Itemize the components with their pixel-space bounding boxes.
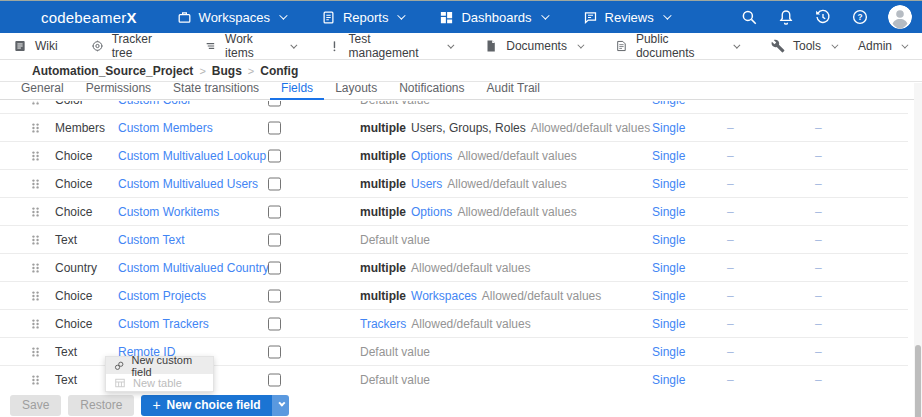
- field-checkbox[interactable]: [268, 261, 281, 274]
- menubar-item-wiki[interactable]: Wiki: [13, 39, 58, 53]
- field-checkbox[interactable]: [268, 149, 281, 162]
- default-value-link[interactable]: Workspaces: [411, 289, 477, 303]
- field-checkbox[interactable]: [268, 373, 281, 386]
- tab-fields[interactable]: Fields: [270, 81, 324, 100]
- default-value-link[interactable]: Options: [411, 205, 452, 219]
- choice-type-link[interactable]: Single: [652, 317, 685, 331]
- restore-button[interactable]: Restore: [68, 395, 134, 416]
- field-name-link[interactable]: Custom Members: [118, 121, 213, 135]
- field-name-link[interactable]: Custom Projects: [118, 289, 206, 303]
- field-checkbox[interactable]: [268, 289, 281, 302]
- field-checkbox[interactable]: [268, 101, 281, 106]
- menubar-item-label: Tools: [793, 39, 821, 53]
- tab-layouts[interactable]: Layouts: [324, 81, 388, 100]
- default-value-link[interactable]: Options: [411, 149, 452, 163]
- default-value-text: Allowed/default values: [457, 205, 576, 219]
- field-checkbox[interactable]: [268, 177, 281, 190]
- menubar-item-tracker-tree[interactable]: Tracker tree: [91, 32, 172, 60]
- field-type: Choice: [55, 317, 92, 331]
- field-name-link[interactable]: Custom Trackers: [118, 317, 209, 331]
- notifications-icon[interactable]: [777, 8, 795, 26]
- history-icon[interactable]: [814, 8, 832, 26]
- field-name-link[interactable]: Custom Multivalued Lookup: [118, 149, 266, 163]
- fields-table: ColorCustom ColorDefault valueSingle––Me…: [0, 101, 908, 393]
- empty-value-dash: –: [727, 289, 734, 303]
- breadcrumb-segment[interactable]: Config: [260, 64, 298, 78]
- drag-handle-icon[interactable]: [30, 317, 41, 331]
- tab-notifications[interactable]: Notifications: [388, 81, 475, 100]
- project-menubar: WikiTracker treeWork itemsTest managemen…: [0, 33, 922, 60]
- drag-handle-icon[interactable]: [30, 373, 41, 387]
- bookmark-icon[interactable]: [896, 63, 908, 78]
- breadcrumb-segment[interactable]: Bugs: [212, 64, 242, 78]
- menubar-item-public-documents[interactable]: Public documents: [615, 32, 738, 60]
- navbar-menu-reviews[interactable]: Reviews: [583, 10, 669, 25]
- field-name-link[interactable]: Custom Workitems: [118, 205, 219, 219]
- project-logo-icon[interactable]: [12, 64, 25, 77]
- drag-handle-icon[interactable]: [30, 261, 41, 275]
- choice-type-link[interactable]: Single: [652, 205, 685, 219]
- save-button[interactable]: Save: [10, 395, 61, 416]
- tab-general[interactable]: General: [10, 81, 75, 100]
- menubar-item-work-items[interactable]: Work items: [204, 32, 294, 60]
- choice-type-link[interactable]: Single: [652, 233, 685, 247]
- drag-handle-icon[interactable]: [30, 205, 41, 219]
- drag-handle-icon[interactable]: [30, 289, 41, 303]
- navbar-menu-workspaces[interactable]: Workspaces: [177, 10, 285, 25]
- field-name-link[interactable]: Custom Multivalued Country: [118, 261, 269, 275]
- empty-value-dash: –: [815, 289, 822, 303]
- vertical-scrollbar-track[interactable]: [914, 83, 922, 417]
- empty-value-dash: –: [815, 261, 822, 275]
- choice-type-link[interactable]: Single: [652, 121, 685, 135]
- choice-type-link[interactable]: Single: [652, 177, 685, 191]
- default-value-link[interactable]: Trackers: [360, 317, 406, 331]
- menubar-item-tools[interactable]: Tools: [771, 39, 836, 53]
- breadcrumb-segment[interactable]: Automation_Source_Project: [32, 64, 193, 78]
- tab-audit-trail[interactable]: Audit Trail: [476, 81, 551, 100]
- drag-handle-icon[interactable]: [30, 149, 41, 163]
- drag-handle-icon[interactable]: [30, 233, 41, 247]
- choice-type-link[interactable]: Single: [652, 101, 685, 107]
- choice-type-link[interactable]: Single: [652, 289, 685, 303]
- drag-handle-icon[interactable]: [30, 101, 41, 107]
- tab-permissions[interactable]: Permissions: [75, 81, 162, 100]
- new-field-dropdown-toggle[interactable]: [272, 395, 289, 416]
- vertical-scrollbar-thumb[interactable]: [915, 345, 921, 417]
- field-checkbox[interactable]: [268, 121, 281, 134]
- menubar-item-test-management[interactable]: Test management: [328, 32, 452, 60]
- drag-handle-icon[interactable]: [30, 177, 41, 191]
- brand-logo[interactable]: codebeamerX: [13, 7, 137, 27]
- chevron-down-icon: [398, 11, 406, 19]
- drag-handle-icon[interactable]: [30, 121, 41, 135]
- chevron-down-icon: [901, 41, 908, 48]
- public-documents-icon: [615, 39, 628, 53]
- field-checkbox[interactable]: [268, 345, 281, 358]
- tab-state-transitions[interactable]: State transitions: [162, 81, 270, 100]
- help-icon[interactable]: ?: [851, 8, 869, 26]
- drag-handle-icon[interactable]: [30, 345, 41, 359]
- search-icon[interactable]: [740, 8, 758, 26]
- field-name-link[interactable]: Custom Text: [118, 233, 184, 247]
- menubar-admin[interactable]: Admin: [836, 39, 906, 54]
- navbar-menu-dashboards[interactable]: Dashboards: [439, 10, 546, 25]
- field-name-link[interactable]: Custom Color: [118, 101, 191, 107]
- chevron-down-icon: [734, 41, 741, 48]
- menu-item-new-custom-field[interactable]: New custom field: [106, 357, 213, 374]
- choice-type-link[interactable]: Single: [652, 149, 685, 163]
- field-name-link[interactable]: Custom Multivalued Users: [118, 177, 258, 191]
- choice-type-link[interactable]: Single: [652, 373, 685, 387]
- default-value-text: multiple: [360, 289, 406, 303]
- choice-type-link[interactable]: Single: [652, 345, 685, 359]
- new-choice-field-button[interactable]: + New choice field: [141, 395, 271, 416]
- field-default-value: Default value: [360, 373, 430, 387]
- navbar-menu-reports[interactable]: Reports: [321, 10, 404, 25]
- choice-type-link[interactable]: Single: [652, 261, 685, 275]
- default-value-link[interactable]: Users: [411, 177, 442, 191]
- field-checkbox[interactable]: [268, 205, 281, 218]
- field-checkbox[interactable]: [268, 233, 281, 246]
- avatar[interactable]: [888, 5, 912, 29]
- default-value-text: multiple: [360, 177, 406, 191]
- plus-icon: +: [152, 398, 160, 412]
- field-checkbox[interactable]: [268, 317, 281, 330]
- menubar-item-documents[interactable]: Documents: [484, 39, 582, 53]
